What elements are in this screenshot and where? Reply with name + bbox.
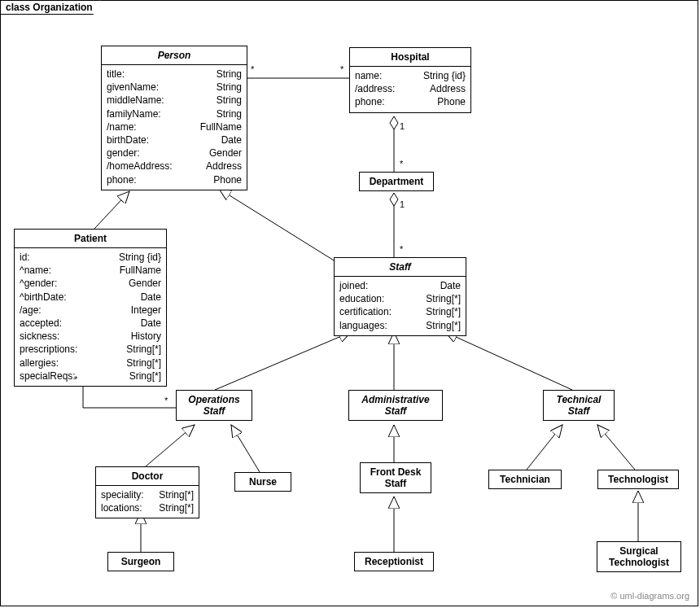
- attr-type: Date: [133, 291, 161, 304]
- attr-name: name:: [355, 69, 382, 82]
- class-title: Technologist: [598, 470, 678, 488]
- attr-name: ^gender:: [20, 277, 57, 290]
- attr-row: phone:Phone: [355, 95, 466, 108]
- attr-row: joined:Date: [339, 279, 461, 292]
- mult-dept-staff-bot: *: [400, 244, 403, 254]
- attr-type: Gender: [201, 147, 242, 160]
- attr-row: id:String {id}: [20, 251, 161, 264]
- attr-name: givenName:: [107, 81, 159, 94]
- attr-type: Address: [198, 160, 242, 173]
- mult-person-hospital-right: *: [340, 64, 343, 74]
- attr-row: familyName:String: [107, 107, 242, 120]
- class-front-desk-staff: Front Desk Staff: [360, 462, 431, 493]
- svg-line-4: [219, 189, 338, 263]
- attr-name: gender:: [107, 147, 140, 160]
- attr-row: ^gender:Gender: [20, 277, 161, 290]
- attr-type: Gender: [120, 277, 161, 290]
- class-title: Staff: [335, 258, 466, 277]
- mult-person-hospital-left: *: [251, 64, 254, 74]
- attr-name: title:: [107, 68, 125, 81]
- attr-row: ^name:FullName: [20, 264, 161, 277]
- attr-name: id:: [20, 251, 30, 264]
- class-attrs: name:String {id}/address:Addressphone:Ph…: [350, 67, 470, 112]
- class-doctor: Doctor speciality:String[*]locations:Str…: [95, 466, 199, 518]
- attr-row: phone:Phone: [107, 173, 242, 186]
- attr-name: prescriptions:: [20, 343, 77, 356]
- attr-row: middleName:String: [107, 94, 242, 107]
- class-technical-staff: Technical Staff: [543, 390, 615, 421]
- attr-type: String[*]: [418, 319, 461, 332]
- class-title: Department: [360, 173, 433, 190]
- class-attrs: title:StringgivenName:StringmiddleName:S…: [102, 65, 247, 190]
- mult-hosp-dept-top: 1: [400, 121, 405, 131]
- copyright-text: © uml-diagrams.org: [610, 591, 689, 601]
- class-administrative-staff: Administrative Staff: [348, 390, 443, 421]
- attr-row: /address:Address: [355, 82, 466, 95]
- attr-row: speciality:String[*]: [101, 488, 194, 501]
- title-line-2: Technologist: [602, 557, 676, 568]
- svg-line-3: [94, 191, 129, 229]
- class-attrs: joined:Dateeducation:String[*]certificat…: [335, 277, 466, 335]
- attr-type: String[*]: [418, 305, 461, 318]
- attr-row: certification:String[*]: [339, 305, 461, 318]
- class-title: Technical Staff: [544, 391, 614, 420]
- attr-type: FullName: [192, 120, 242, 133]
- attr-type: String[*]: [151, 501, 194, 514]
- attr-type: String: [208, 68, 242, 81]
- attr-type: Date: [432, 279, 461, 292]
- attr-type: FullName: [112, 264, 161, 277]
- attr-type: Phone: [205, 173, 242, 186]
- class-receptionist: Receptionist: [354, 552, 434, 571]
- class-title: Surgical Technologist: [597, 542, 680, 571]
- class-title: Front Desk Staff: [361, 463, 431, 492]
- attr-row: education:String[*]: [339, 292, 461, 305]
- title-line-1: Operations: [182, 394, 247, 405]
- attr-row: givenName:String: [107, 81, 242, 94]
- attr-name: phone:: [107, 173, 137, 186]
- attr-name: locations:: [101, 501, 142, 514]
- class-title: Patient: [15, 230, 166, 248]
- class-patient: Patient id:String {id}^name:FullName^gen…: [14, 229, 167, 387]
- attr-row: /homeAddress:Address: [107, 160, 242, 173]
- attr-type: Phone: [429, 95, 466, 108]
- attr-name: specialReqs:: [20, 370, 76, 383]
- attr-name: ^birthDate:: [20, 291, 67, 304]
- attr-type: History: [123, 330, 161, 343]
- attr-name: /name:: [107, 120, 137, 133]
- attr-row: accepted:Date: [20, 317, 161, 330]
- class-title: Doctor: [96, 467, 199, 486]
- attr-row: languages:String[*]: [339, 319, 461, 332]
- title-line-2: Staff: [365, 478, 426, 489]
- mult-dept-staff-top: 1: [400, 199, 405, 209]
- attr-name: allergies:: [20, 356, 59, 370]
- class-staff: Staff joined:Dateeducation:String[*]cert…: [334, 257, 466, 336]
- title-line-2: Staff: [549, 405, 609, 417]
- svg-line-10: [146, 425, 195, 466]
- attr-name: accepted:: [20, 317, 62, 330]
- title-line-2: Staff: [354, 405, 437, 417]
- attr-type: Date: [133, 317, 161, 330]
- mult-patient-ops-2: *: [164, 396, 168, 405]
- class-operations-staff: Operations Staff: [176, 390, 252, 421]
- attr-row: title:String: [107, 68, 242, 81]
- attr-name: familyName:: [107, 107, 161, 120]
- class-nurse: Nurse: [234, 472, 291, 492]
- attr-name: middleName:: [107, 94, 164, 107]
- attr-row: allergies:String[*]: [20, 356, 161, 370]
- class-surgeon: Surgeon: [107, 552, 174, 571]
- class-attrs: id:String {id}^name:FullName^gender:Gend…: [15, 248, 166, 386]
- svg-line-13: [527, 425, 562, 470]
- attr-type: Address: [422, 82, 466, 95]
- svg-line-11: [231, 425, 260, 472]
- class-technologist: Technologist: [597, 470, 679, 489]
- attr-row: locations:String[*]: [101, 501, 194, 514]
- attr-name: /address:: [355, 82, 395, 95]
- attr-row: gender:Gender: [107, 147, 242, 160]
- class-department: Department: [359, 172, 434, 191]
- svg-line-7: [215, 332, 351, 390]
- svg-line-14: [597, 425, 635, 470]
- attr-name: languages:: [339, 319, 387, 332]
- class-attrs: speciality:String[*]locations:String[*]: [96, 486, 199, 518]
- attr-name: education:: [339, 292, 384, 305]
- class-title: Receptionist: [355, 553, 433, 571]
